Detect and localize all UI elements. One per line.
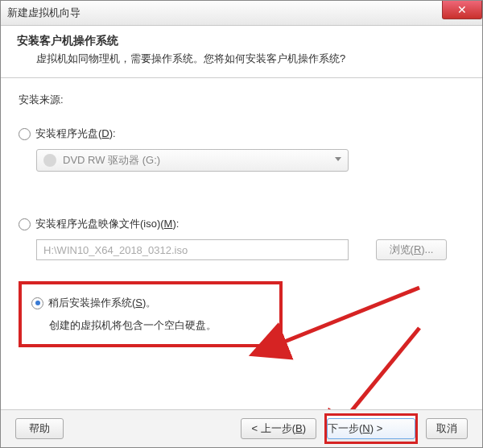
header-title: 安装客户机操作系统	[17, 34, 466, 48]
iso-path-field[interactable]: H:\WIN10_X64_2018_0312.iso	[36, 239, 349, 260]
iso-path-value: H:\WIN10_X64_2018_0312.iso	[43, 244, 188, 256]
close-icon: ✕	[457, 3, 467, 16]
footer: 帮助 < 上一步(B) 下一步(N) > 取消	[1, 409, 482, 447]
option-later-desc: 创建的虚拟机将包含一个空白硬盘。	[31, 318, 270, 333]
disc-dropdown-value: DVD RW 驱动器 (G:)	[63, 153, 160, 168]
option-iso-label: 安装程序光盘映像文件(iso)(M):	[35, 217, 179, 231]
option-iso[interactable]: 安装程序光盘映像文件(iso)(M):	[19, 217, 464, 231]
source-label: 安装来源:	[19, 93, 464, 107]
titlebar: 新建虚拟机向导 ✕	[1, 1, 482, 26]
highlight-box: 稍后安装操作系统(S)。 创建的虚拟机将包含一个空白硬盘。	[19, 281, 283, 347]
disc-icon	[43, 154, 56, 167]
close-button[interactable]: ✕	[442, 1, 482, 19]
body: 安装来源: 安装程序光盘(D): DVD RW 驱动器 (G:) 安装程序光盘映…	[1, 78, 482, 347]
radio-later[interactable]	[31, 297, 43, 309]
header-subtitle: 虚拟机如同物理机，需要操作系统。您将如何安装客户机操作系统?	[17, 52, 466, 66]
disc-dropdown[interactable]: DVD RW 驱动器 (G:)	[36, 149, 349, 172]
radio-disc[interactable]	[19, 128, 31, 140]
header: 安装客户机操作系统 虚拟机如同物理机，需要操作系统。您将如何安装客户机操作系统?	[1, 26, 482, 78]
svg-line-0	[279, 288, 419, 344]
window-title: 新建虚拟机向导	[7, 6, 80, 20]
help-button[interactable]: 帮助	[15, 418, 64, 439]
option-disc[interactable]: 安装程序光盘(D):	[19, 127, 464, 141]
browse-button[interactable]: 浏览(R)...	[376, 239, 447, 260]
option-disc-label: 安装程序光盘(D):	[35, 127, 116, 141]
radio-iso[interactable]	[19, 218, 31, 230]
option-later-label: 稍后安装操作系统(S)。	[48, 296, 156, 310]
option-later[interactable]: 稍后安装操作系统(S)。	[31, 296, 270, 310]
wizard-window: 新建虚拟机向导 ✕ 安装客户机操作系统 虚拟机如同物理机，需要操作系统。您将如何…	[0, 0, 483, 448]
chevron-down-icon	[335, 157, 341, 161]
cancel-button[interactable]: 取消	[426, 418, 468, 439]
back-button[interactable]: < 上一步(B)	[241, 418, 316, 439]
next-button[interactable]: 下一步(N) >	[324, 413, 418, 444]
